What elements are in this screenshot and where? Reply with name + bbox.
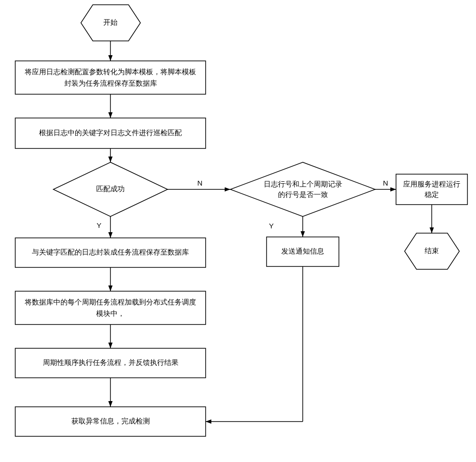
label-s6: 获取异常信息，完成检测 (71, 417, 150, 425)
label-notify: 发送通知信息 (281, 247, 324, 255)
label-s1b: 封装为任务流程保存至数据库 (64, 79, 157, 87)
label-d2b: 的行号是否一致 (278, 190, 328, 198)
label-stabb: 稳定 (425, 190, 439, 198)
label-start: 开始 (103, 18, 118, 26)
label-s1a: 将应用日志检测配置参数转化为脚本模板，将脚本模板 (24, 68, 196, 76)
label-staba: 应用服务进程运行 (403, 180, 460, 188)
edge-label-d2n: N (383, 179, 388, 187)
flowchart: 开始 将应用日志检测配置参数转化为脚本模板，将脚本模板 封装为任务流程保存至数据… (0, 0, 476, 462)
node-dec2 (230, 162, 375, 216)
node-step1 (15, 61, 206, 94)
node-stable (396, 174, 467, 205)
edge-label-d2y: Y (269, 222, 274, 230)
label-s3: 与关键字匹配的日志封装成任务流程保存至数据库 (32, 248, 189, 256)
edge-label-d1n: N (198, 179, 203, 187)
label-d2a: 日志行号和上个周期记录 (264, 180, 342, 188)
label-d1: 匹配成功 (96, 185, 125, 193)
label-end: 结束 (425, 246, 439, 255)
label-s4b: 模块中， (96, 309, 125, 317)
node-step4 (15, 291, 206, 324)
label-s4a: 将数据库中的每个周期任务流程加载到分布式任务调度 (24, 298, 196, 306)
label-s2: 根据日志中的关键字对日志文件进行巡检匹配 (39, 128, 182, 137)
edge-label-d1y: Y (97, 221, 101, 229)
label-s5: 周期性顺序执行任务流程，并反馈执行结果 (43, 358, 178, 366)
